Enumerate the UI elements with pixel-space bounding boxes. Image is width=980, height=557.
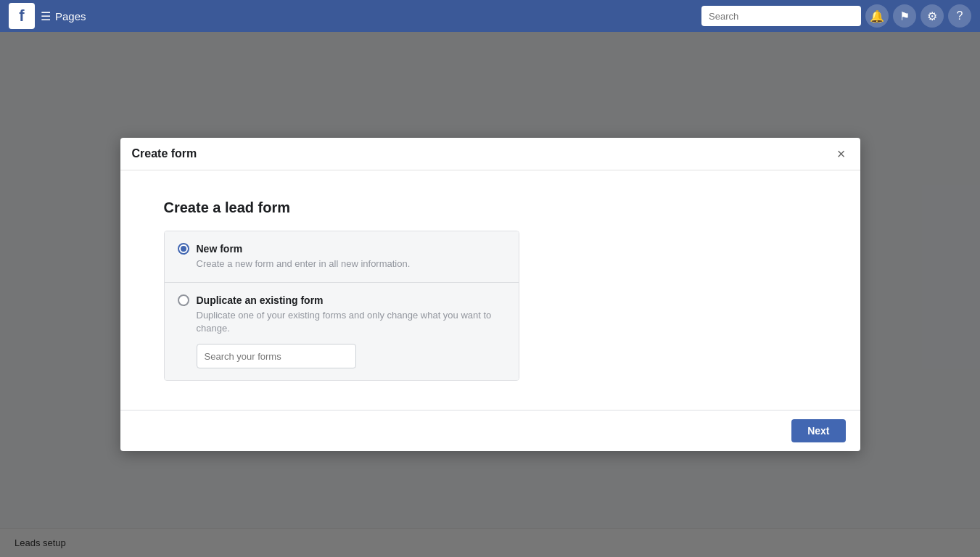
help-icon[interactable]: ? (948, 4, 971, 28)
modal-footer: Next (120, 410, 860, 451)
navbar-right: 🔔 ⚑ ⚙ ? (701, 4, 971, 28)
duplicate-form-description: Duplicate one of your existing forms and… (197, 309, 506, 335)
duplicate-form-option-header: Duplicate an existing form (178, 294, 506, 306)
navbar: f ☰ Pages 🔔 ⚑ ⚙ ? (0, 0, 980, 32)
modal-header: Create form × (120, 138, 860, 170)
new-form-radio[interactable] (178, 243, 189, 255)
form-options-container: New form Create a new form and enter in … (164, 231, 519, 381)
new-form-option-header: New form (178, 243, 506, 255)
modal-close-button[interactable]: × (834, 147, 849, 161)
next-button[interactable]: Next (791, 419, 845, 442)
notifications-icon[interactable]: 🔔 (865, 4, 889, 28)
new-form-option[interactable]: New form Create a new form and enter in … (165, 231, 519, 282)
pages-label: Pages (55, 10, 86, 22)
search-forms-input[interactable] (197, 344, 356, 368)
flag-icon[interactable]: ⚑ (893, 4, 916, 28)
duplicate-form-label: Duplicate an existing form (197, 294, 324, 306)
create-form-modal: Create form × Create a lead form New for… (120, 138, 860, 452)
settings-icon[interactable]: ⚙ (921, 4, 944, 28)
duplicate-form-radio[interactable] (178, 294, 189, 306)
pages-nav: ☰ Pages (41, 9, 86, 23)
hamburger-icon[interactable]: ☰ (41, 9, 51, 23)
duplicate-form-option[interactable]: Duplicate an existing form Duplicate one… (165, 282, 519, 380)
modal-body: Create a lead form New form Create a new… (120, 170, 860, 410)
facebook-logo: f (9, 3, 35, 29)
global-search-input[interactable] (701, 6, 861, 26)
form-section-heading: Create a lead form (164, 199, 817, 216)
new-form-description: Create a new form and enter in all new i… (197, 257, 506, 271)
modal-overlay: Create form × Create a lead form New for… (0, 32, 980, 557)
modal-title: Create form (132, 147, 197, 160)
new-form-label: New form (197, 243, 243, 255)
